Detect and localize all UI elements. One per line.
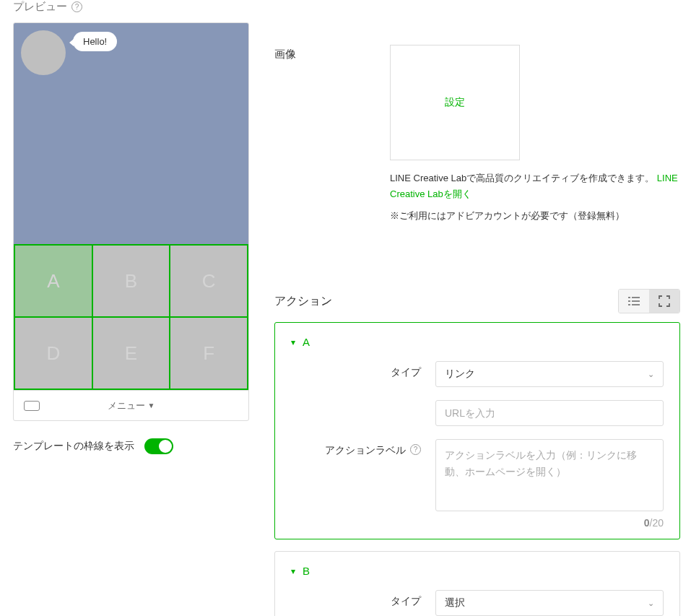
preview-card: Hello! テンプレートを選択して、背景画像をアップロードしてください。 A … <box>13 22 249 421</box>
menu-label: メニュー <box>108 399 145 412</box>
url-input-a[interactable] <box>435 400 664 426</box>
image-desc-text: LINE Creative Labで高品質のクリエイティブを作成できます。 <box>390 173 657 183</box>
type-label-a: タイプ <box>291 361 435 387</box>
svg-rect-3 <box>632 300 640 302</box>
help-icon[interactable]: ? <box>410 444 421 455</box>
image-field-label: 画像 <box>274 45 390 61</box>
expand-view-button[interactable] <box>649 290 679 313</box>
chevron-down-icon: ▾ <box>291 566 295 576</box>
action-section-title: アクション <box>274 294 332 309</box>
list-view-button[interactable] <box>619 290 649 313</box>
action-label-label-a: アクションラベル ? <box>291 439 435 511</box>
speech-bubble: Hello! <box>73 32 117 51</box>
type-select-a[interactable]: リンク ⌄ <box>435 361 664 387</box>
action-label-input-a[interactable] <box>435 439 664 511</box>
preview-background: Hello! <box>14 23 248 244</box>
template-grid: A B C D E F <box>14 244 248 390</box>
collapse-header-a[interactable]: ▾ A <box>291 336 664 348</box>
view-toggle <box>618 289 680 313</box>
svg-rect-0 <box>628 297 630 298</box>
svg-rect-5 <box>632 304 640 305</box>
help-icon[interactable]: ? <box>71 1 82 12</box>
preview-title-text: プレビュー <box>13 0 67 14</box>
template-cell-f[interactable]: F <box>170 317 248 389</box>
image-upload-box[interactable]: 設定 <box>390 45 520 160</box>
action-box-b: ▾ B タイプ 選択 ⌄ <box>274 551 680 616</box>
type-select-b[interactable]: 選択 ⌄ <box>435 590 664 616</box>
expand-icon <box>659 295 670 307</box>
chevron-down-icon: ⌄ <box>648 599 654 608</box>
preview-title: プレビュー ? <box>13 0 249 14</box>
collapse-header-b[interactable]: ▾ B <box>291 565 664 577</box>
action-b-label: B <box>303 565 310 577</box>
type-select-value-a: リンク <box>445 368 475 381</box>
type-label-b: タイプ <box>291 590 435 616</box>
template-cell-b[interactable]: B <box>92 245 170 317</box>
image-description: LINE Creative Labで高品質のクリエイティブを作成できます。 LI… <box>390 170 680 224</box>
toggle-label: テンプレートの枠線を表示 <box>13 440 134 453</box>
type-select-value-b: 選択 <box>445 597 465 610</box>
template-cell-e[interactable]: E <box>92 317 170 389</box>
svg-rect-2 <box>628 300 630 302</box>
action-a-label: A <box>303 336 310 348</box>
list-icon <box>628 296 640 306</box>
svg-rect-1 <box>632 297 640 298</box>
preview-menu-bar[interactable]: メニュー ▼ <box>14 390 248 420</box>
image-set-button[interactable]: 設定 <box>445 96 465 109</box>
avatar <box>21 30 66 75</box>
template-cell-d[interactable]: D <box>14 317 92 389</box>
svg-rect-4 <box>628 304 630 305</box>
chevron-down-icon: ⌄ <box>648 370 654 379</box>
template-cell-c[interactable]: C <box>170 245 248 317</box>
chevron-down-icon: ▾ <box>291 337 295 347</box>
template-cell-a[interactable]: A <box>14 245 92 317</box>
show-border-toggle[interactable] <box>144 438 173 454</box>
action-box-a: ▾ A タイプ リンク ⌄ アクションラベル ? 0/20 <box>274 322 680 539</box>
char-count-a: 0/20 <box>291 517 664 529</box>
chevron-down-icon: ▼ <box>148 402 155 409</box>
keyboard-icon <box>24 401 40 411</box>
image-note: ※ご利用にはアドビアカウントが必要です（登録無料） <box>390 208 680 224</box>
